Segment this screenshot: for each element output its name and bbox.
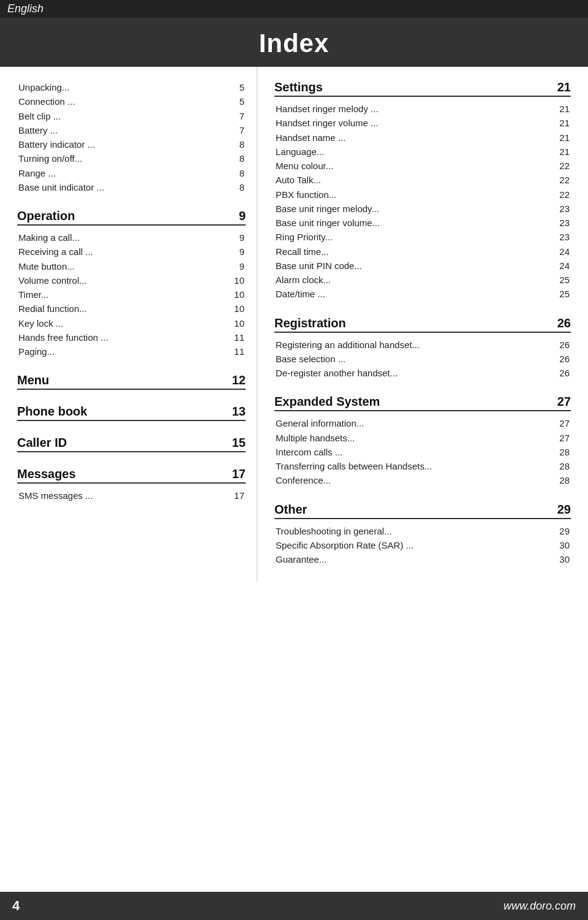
entry-page: 11	[227, 330, 244, 344]
entry-page: 9	[227, 230, 244, 245]
entry-page: 8	[227, 166, 244, 180]
index-entry: Date/time ...25	[274, 287, 571, 301]
entry-page: 7	[227, 109, 244, 123]
entry-label: Intercom calls ...	[276, 445, 552, 459]
entry-label: Redial function...	[18, 302, 227, 316]
entry-label: PBX function...	[276, 188, 552, 202]
index-entry: Handset name ...21	[274, 131, 571, 145]
main-content: Unpacking...5Connection ...5Belt clip ..…	[0, 67, 588, 582]
index-entry: Volume control...10	[17, 273, 246, 287]
section-heading: Phone book13	[17, 405, 246, 421]
entry-label: Battery ...	[18, 123, 227, 137]
entry-label: Guarantee...	[276, 552, 552, 566]
section-title: Registration	[274, 316, 346, 330]
entry-label: Date/time ...	[276, 287, 552, 301]
entry-page: 26	[552, 366, 570, 380]
bottom-bar: 4 www.doro.com	[0, 892, 588, 920]
section: Phone book13	[17, 405, 246, 421]
entry-page: 22	[552, 173, 570, 187]
entry-label: Base unit ringer melody...	[276, 202, 552, 216]
index-entry: Key lock ...10	[17, 316, 246, 330]
index-entry: Making a call...9	[17, 230, 246, 245]
section-number: 13	[232, 405, 246, 419]
index-entry: Base selection ...26	[274, 352, 571, 366]
entry-page: 28	[552, 459, 570, 473]
entry-label: Unpacking...	[18, 80, 227, 94]
entry-label: Connection ...	[18, 94, 227, 108]
section-number: 12	[232, 373, 246, 387]
entry-label: Conference...	[276, 473, 552, 487]
section: Settings21Handset ringer melody ...21Han…	[274, 80, 571, 302]
entry-page: 10	[227, 273, 244, 287]
section-heading: Messages17	[17, 467, 246, 484]
index-entry: Handset ringer volume ...21	[274, 116, 571, 130]
index-entry: Base unit PIN code...24	[274, 259, 571, 273]
index-entry: Connection ...5	[17, 94, 246, 108]
entry-page: 21	[552, 145, 570, 159]
entry-page: 24	[552, 245, 570, 259]
section-heading: Caller ID15	[17, 436, 246, 452]
page-title: Index	[0, 29, 588, 58]
section: Caller ID15	[17, 436, 246, 452]
entry-label: Transferring calls between Handsets...	[276, 459, 552, 473]
entry-page: 8	[227, 180, 244, 194]
entry-label: Base unit PIN code...	[276, 259, 552, 273]
entry-page: 27	[552, 431, 570, 445]
index-entry: Registering an additional handset...26	[274, 338, 571, 352]
entry-label: Base unit ringer volume...	[276, 216, 552, 230]
entry-page: 26	[552, 338, 570, 352]
index-entry: Ring Priority...23	[274, 230, 571, 244]
section: Other29Troubleshooting in general...29Sp…	[274, 503, 571, 567]
entry-label: Hands free function ...	[18, 330, 227, 344]
entry-label: Base selection ...	[276, 352, 552, 366]
entry-label: Handset name ...	[276, 131, 552, 145]
entry-page: 11	[227, 344, 244, 359]
index-entry: Menu colour...22	[274, 159, 571, 173]
index-entry: Multiple handsets...27	[274, 431, 571, 445]
entry-page: 22	[552, 188, 570, 202]
entry-page: 28	[552, 473, 570, 487]
entry-page: 21	[552, 116, 570, 130]
index-entry: Belt clip ...7	[17, 109, 246, 123]
entry-page: 21	[552, 102, 570, 116]
section-title: Phone book	[17, 405, 87, 419]
entry-label: Paging...	[18, 344, 227, 359]
index-entry: Hands free function ...11	[17, 330, 246, 344]
index-entry: Turning on/off...8	[17, 151, 246, 165]
index-entry: Battery ...7	[17, 123, 246, 137]
entry-label: Range ...	[18, 166, 227, 180]
entry-label: Registering an additional handset...	[276, 338, 552, 352]
section-heading: Menu12	[17, 373, 246, 390]
section: Expanded System27General information...2…	[274, 395, 571, 487]
index-entry: Redial function...10	[17, 302, 246, 316]
section-title: Caller ID	[17, 436, 67, 450]
section-number: 9	[239, 209, 246, 223]
index-entry: Base unit ringer melody...23	[274, 202, 571, 216]
index-entry: De-register another handset...26	[274, 366, 571, 380]
entry-label: Base unit indicator ...	[18, 180, 227, 194]
section-number: 27	[557, 395, 571, 409]
section-number: 21	[557, 80, 571, 94]
entry-label: Handset ringer melody ...	[276, 102, 552, 116]
entry-page: 17	[227, 489, 244, 503]
entry-label: Ring Priority...	[276, 230, 552, 244]
entry-label: De-register another handset...	[276, 366, 552, 380]
entry-label: Specific Absorption Rate (SAR) ...	[276, 538, 552, 552]
entry-page: 7	[227, 123, 244, 137]
section: Unpacking...5Connection ...5Belt clip ..…	[17, 80, 246, 194]
section-number: 15	[232, 436, 246, 450]
index-entry: Receiving a call ...9	[17, 245, 246, 259]
entry-page: 8	[227, 151, 244, 165]
section: Messages17SMS messages ...17	[17, 467, 246, 503]
section-title: Menu	[17, 373, 49, 387]
index-entry: Battery indicator ...8	[17, 137, 246, 151]
entry-page: 27	[552, 416, 570, 430]
entry-label: Menu colour...	[276, 159, 552, 173]
entry-page: 8	[227, 137, 244, 151]
entry-page: 10	[227, 316, 244, 330]
index-entry: Language...21	[274, 145, 571, 159]
entry-label: SMS messages ...	[18, 489, 227, 503]
entry-page: 9	[227, 259, 244, 273]
entry-page: 9	[227, 245, 244, 259]
entry-label: Troubleshooting in general...	[276, 524, 552, 538]
